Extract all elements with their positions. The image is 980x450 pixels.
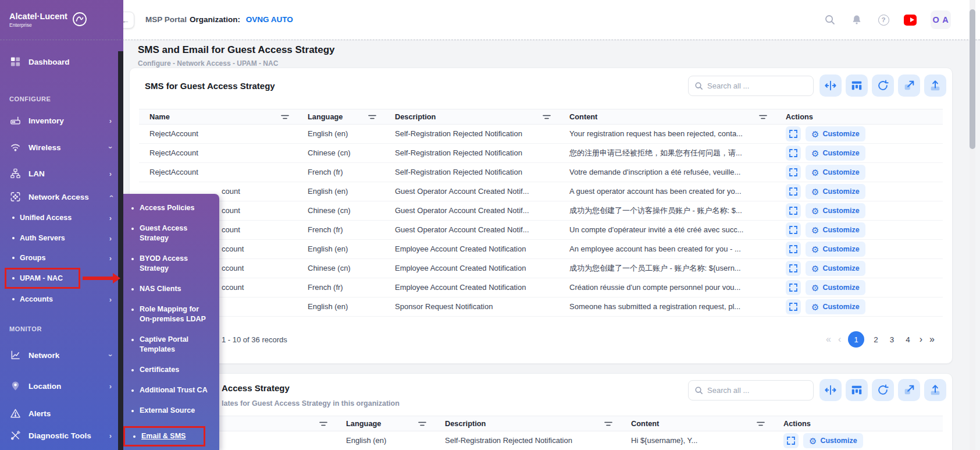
expand-button[interactable]	[786, 261, 801, 276]
flyout-item-email-sms[interactable]: Email & SMS	[141, 431, 195, 441]
sidebar-item-lan[interactable]: LAN ›	[9, 168, 112, 180]
chevron-right-icon: ›	[109, 234, 112, 243]
page-scrollbar[interactable]	[970, 0, 975, 450]
chevron-down-icon: ›	[106, 354, 115, 356]
search-icon[interactable]	[824, 13, 836, 26]
flyout-item-guest-access-strategy[interactable]: Guest Access Strategy	[140, 224, 211, 243]
filter-icon[interactable]	[543, 114, 551, 120]
sidebar-scrollbar[interactable]	[118, 51, 123, 450]
table-row[interactable]: English (en) Self-Registration Rejected …	[139, 431, 943, 450]
page-3-button[interactable]: 3	[888, 335, 897, 344]
filter-icon[interactable]	[281, 114, 289, 120]
filter-icon[interactable]	[418, 421, 426, 427]
expand-button[interactable]	[786, 203, 801, 218]
table-row[interactable]: RejectAccount English (en) Self-Registra…	[139, 125, 943, 144]
page-1-button[interactable]: 1	[848, 331, 864, 348]
sidebar-item-inventory[interactable]: Inventory ›	[9, 115, 112, 127]
customize-button[interactable]: ⚙Customize	[806, 126, 865, 141]
upload-button[interactable]	[924, 75, 946, 97]
email-search-input[interactable]	[707, 386, 807, 395]
expand-button[interactable]	[783, 433, 799, 448]
customize-button[interactable]: ⚙Customize	[806, 299, 865, 314]
customize-button[interactable]: ⚙Customize	[806, 280, 865, 295]
customize-button[interactable]: ⚙Customize	[806, 261, 865, 276]
table-row[interactable]: ccount Chinese (cn) Employee Account Cre…	[139, 259, 943, 278]
refresh-button[interactable]	[872, 379, 894, 401]
table-row[interactable]: count French (fr) Guest Operator Account…	[139, 221, 943, 240]
customize-button[interactable]: ⚙Customize	[803, 433, 863, 448]
customize-button[interactable]: ⚙Customize	[806, 242, 865, 257]
customize-button[interactable]: ⚙Customize	[806, 184, 865, 199]
sidebar-item-diagnostic-tools[interactable]: Diagnostic Tools ›	[9, 430, 112, 442]
sidebar-item-accounts[interactable]: Accounts ›	[20, 295, 112, 303]
fit-columns-button[interactable]	[819, 75, 842, 97]
refresh-button[interactable]	[872, 75, 894, 97]
sidebar-item-wireless[interactable]: Wireless ›	[9, 141, 112, 154]
flyout-item-additional-trust-ca[interactable]: Additional Trust CA	[140, 385, 211, 395]
youtube-icon[interactable]	[904, 13, 917, 26]
sidebar-item-auth-servers[interactable]: Auth Servers ›	[20, 234, 112, 242]
sidebar-item-network[interactable]: Network ›	[9, 349, 112, 362]
breadcrumb[interactable]: Configure - Network Access - UPAM - NAC	[138, 59, 335, 68]
flyout-item-nas-clients[interactable]: NAS Clients	[140, 284, 211, 294]
table-row[interactable]: English (en) Sponsor Request Notificatio…	[139, 297, 943, 317]
page-4-button[interactable]: 4	[903, 335, 913, 344]
dashboard-icon	[9, 56, 22, 68]
table-row[interactable]: count English (en) Guest Operator Accoun…	[139, 182, 943, 201]
expand-button[interactable]	[786, 242, 801, 257]
sidebar-item-alerts[interactable]: Alerts	[9, 408, 112, 420]
table-row[interactable]: RejectAccount Chinese (cn) Self-Registra…	[139, 144, 943, 163]
expand-button[interactable]	[786, 146, 801, 161]
table-row[interactable]: ccount French (fr) Employee Account Crea…	[139, 278, 943, 297]
expand-button[interactable]	[786, 299, 801, 314]
expand-button[interactable]	[786, 184, 801, 199]
expand-icon	[789, 168, 797, 176]
filter-icon[interactable]	[759, 114, 767, 120]
upload-button[interactable]	[924, 379, 946, 401]
expand-button[interactable]	[786, 126, 801, 141]
customize-button[interactable]: ⚙Customize	[806, 203, 865, 218]
table-row[interactable]: RejectAccount French (fr) Self-Registrat…	[139, 163, 943, 182]
sidebar-item-location[interactable]: Location ›	[9, 380, 112, 392]
sidebar-item-unified-access[interactable]: Unified Access ›	[20, 214, 112, 222]
last-page-button[interactable]: »	[929, 335, 935, 344]
expand-button[interactable]	[786, 222, 801, 238]
user-avatar[interactable]: O A	[931, 10, 951, 29]
filter-icon[interactable]	[604, 421, 612, 427]
customize-button[interactable]: ⚙Customize	[806, 146, 865, 161]
customize-button[interactable]: ⚙Customize	[806, 222, 865, 238]
help-icon[interactable]: ?	[877, 13, 890, 26]
open-export-button[interactable]	[898, 379, 920, 401]
customize-button[interactable]: ⚙Customize	[806, 165, 865, 180]
filter-icon[interactable]	[368, 114, 376, 120]
notifications-bell-icon[interactable]	[850, 13, 863, 26]
filter-icon[interactable]	[757, 421, 765, 427]
first-page-button[interactable]: «	[826, 335, 831, 344]
prev-page-button[interactable]: ‹	[838, 335, 841, 344]
organization-value[interactable]: OVNG AUTO	[246, 15, 293, 24]
columns-icon	[850, 384, 863, 396]
flyout-item-role-mapping-ldap[interactable]: Role Mapping for On-premises LDAP	[140, 304, 211, 324]
filter-icon[interactable]	[319, 421, 327, 427]
sidebar-item-groups[interactable]: Groups ›	[20, 254, 112, 262]
scrollbar-thumb[interactable]	[970, 9, 975, 149]
flyout-item-byod-access-strategy[interactable]: BYOD Access Strategy	[140, 254, 211, 274]
sms-search-input[interactable]	[707, 82, 807, 90]
expand-button[interactable]	[786, 165, 801, 180]
table-row[interactable]: ccount English (en) Employee Account Cre…	[139, 240, 943, 259]
fit-columns-button[interactable]	[819, 379, 842, 401]
page-2-button[interactable]: 2	[871, 335, 881, 344]
table-row[interactable]: count Chinese (cn) Guest Operator Accoun…	[139, 201, 943, 221]
flyout-item-captive-portal-templates[interactable]: Captive Portal Templates	[140, 335, 211, 355]
open-export-button[interactable]	[898, 75, 920, 97]
sidebar-item-network-access[interactable]: Network Access ›	[9, 191, 112, 203]
columns-button[interactable]	[846, 75, 868, 97]
columns-button[interactable]	[846, 379, 868, 401]
search-icon	[694, 386, 703, 395]
flyout-item-external-source[interactable]: External Source	[140, 406, 211, 416]
flyout-item-access-policies[interactable]: Access Policies	[140, 203, 211, 213]
expand-button[interactable]	[786, 280, 801, 295]
sidebar-item-dashboard[interactable]: Dashboard	[9, 56, 112, 68]
flyout-item-certificates[interactable]: Certificates	[140, 365, 211, 375]
next-page-button[interactable]: ›	[920, 335, 922, 344]
